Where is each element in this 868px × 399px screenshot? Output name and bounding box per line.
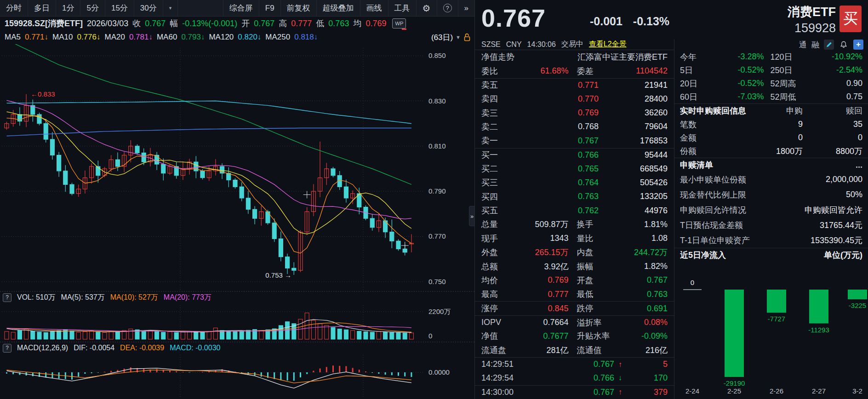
stat-row: 外盘265.15万内盘244.72万 (475, 245, 674, 259)
toolbar-tools: 综合屏F9前复权超级叠加画线工具⚙?» (223, 0, 474, 16)
subs-label: 金额 (680, 132, 748, 143)
level-price: 0.765 (525, 164, 599, 174)
tab-multiday[interactable]: 多日 (28, 0, 56, 16)
list-more-button[interactable]: ... (856, 160, 862, 170)
tool-draw-line[interactable]: 画线 (360, 0, 388, 16)
settings-gear-icon[interactable]: ⚙ (416, 0, 437, 16)
buy-button[interactable]: 买 (839, 6, 862, 32)
tab-30min[interactable]: 30分 (134, 0, 163, 16)
info-segment: 159928.SZ[消费ETF] (5, 18, 83, 29)
list-row: 最小申赎单位份额2,000,000 (674, 172, 868, 187)
tab-timeshare[interactable]: 分时 (0, 0, 28, 16)
buy-level-row[interactable]: 买二0.765668549 (475, 162, 674, 176)
perf-value-2: 0.75 (818, 92, 863, 102)
stat-label-1: 外盘 (481, 247, 525, 258)
stat-value-1: 0.7677 (525, 331, 569, 341)
flow-date-label: 2-25 (727, 387, 741, 395)
subs-row: 笔数935 (674, 118, 868, 131)
stat-row: 现手1343量比1.08 (475, 232, 674, 245)
range-caret-icon[interactable]: ▼ (456, 34, 461, 40)
margin-tag[interactable]: 融 (811, 40, 819, 50)
stat-value-1: 265.15万 (525, 247, 569, 258)
subs-label: 份额 (680, 146, 748, 157)
list-row: T-1日单位申赎资产1535390.45元 (674, 233, 868, 248)
ma-segment: 0.781↓ (129, 33, 153, 42)
nav-row: 净值走势汇添富中证主要消费ETF (475, 50, 674, 64)
last-price: 0.767 (481, 4, 546, 32)
alert-bell-icon[interactable] (839, 40, 849, 50)
perf-label-1: 20日 (680, 78, 720, 89)
tab-period-dropdown[interactable]: ▾ (163, 0, 178, 16)
stat-row: 总量509.87万换手1.81% (475, 217, 674, 231)
stat-row: 最高0.777最低0.763 (475, 287, 674, 301)
stat-label-1: 均价 (481, 275, 525, 286)
flow-title: 近5日净流入 (680, 250, 726, 261)
stock-code: 159928 (788, 21, 836, 35)
main-chart[interactable]: 0.8500.8300.8100.7900.7700.750←0.8330.75… (0, 44, 474, 399)
perf-row: 20日-0.52%52周高0.90 (674, 77, 868, 90)
weibi-label: 委比 (481, 66, 525, 77)
buy-level-row[interactable]: 买五0.76244976 (475, 204, 674, 217)
tool-tools[interactable]: 工具 (388, 0, 416, 16)
stat-row: 总额3.92亿振幅1.82% (475, 259, 674, 273)
tool-super-overlay[interactable]: 超级叠加 (316, 0, 360, 16)
stat-value-1: 0.845 (525, 304, 569, 314)
info-segment: 开 (241, 18, 250, 29)
l2-panorama-link[interactable]: 查看L2全景 (589, 40, 627, 49)
stat-value-2: 1.81% (625, 220, 668, 229)
edit-pencil-icon[interactable] (824, 40, 834, 50)
more-tools-icon[interactable]: » (458, 0, 474, 16)
stat-label-2: 跌停 (577, 303, 625, 314)
ma-segment: MA60 (157, 33, 177, 42)
stat-label-2: 振幅 (577, 261, 625, 272)
tick-direction-icon: ↓ (614, 374, 626, 382)
sell-level-row[interactable]: 卖五0.77121941 (475, 78, 674, 92)
tab-1min[interactable]: 1分 (56, 0, 80, 16)
subs-value-2: 8800万 (803, 146, 862, 157)
currency-label: CNY (506, 40, 522, 49)
help-icon[interactable]: ? (437, 0, 458, 16)
stat-label-2: 最低 (577, 289, 625, 300)
help-question-icon[interactable]: ? (3, 293, 11, 302)
tool-forward-adjust[interactable]: 前复权 (280, 0, 316, 16)
ma-segment: MA10 (52, 33, 73, 42)
buy-level-row[interactable]: 买一0.76695444 (475, 148, 674, 162)
level-qty: 176853 (599, 136, 668, 146)
list-label: T-1日单位申赎资产 (680, 235, 750, 246)
svg-text:-3225: -3225 (849, 302, 866, 309)
tool-f9[interactable]: F9 (259, 0, 280, 16)
add-plus-icon[interactable]: + (853, 40, 863, 50)
level-qty: 668549 (599, 164, 668, 174)
stat-value-2: 1.08 (625, 234, 668, 243)
price-change: -0.001 -0.13% (590, 15, 669, 28)
tool-composite-screen[interactable]: 综合屏 (223, 0, 259, 16)
buy-level-row[interactable]: 买四0.763133205 (475, 190, 674, 204)
flow-date-label: 2-27 (812, 387, 826, 395)
subs-title: 实时申购赎回信息 (680, 105, 752, 116)
sell-level-row[interactable]: 卖一0.767176853 (475, 134, 674, 148)
stat-value-2: 1.82% (625, 262, 668, 271)
weibi-value: 61.68% (525, 66, 569, 76)
margin-tag[interactable]: 通 (799, 40, 807, 50)
info-segment: 收 (132, 18, 141, 29)
subs-value-2: 35 (803, 120, 862, 129)
subs-value-1: 9 (748, 120, 803, 129)
sell-level-row[interactable]: 卖二0.76879604 (475, 120, 674, 134)
info-segment: 0.767 (254, 19, 274, 28)
level-label: 卖四 (481, 93, 525, 104)
sell-level-row[interactable]: 卖三0.76936260 (475, 106, 674, 120)
unlock-icon[interactable] (463, 33, 471, 41)
svg-text:0: 0 (428, 332, 432, 340)
sell-level-row[interactable]: 卖四0.77028400 (475, 92, 674, 106)
stat-label-2: 开盘 (577, 275, 625, 286)
visible-range-label[interactable]: (63日) (431, 32, 453, 43)
wp-window-icon[interactable]: WP (392, 18, 406, 28)
panel-collapse-handle[interactable]: » (469, 206, 475, 226)
tab-15min[interactable]: 15分 (105, 0, 134, 16)
buy-level-row[interactable]: 买三0.764505426 (475, 176, 674, 189)
help-question-icon[interactable]: ? (3, 344, 11, 353)
stat-value-2: 0.08% (625, 318, 668, 327)
tab-5min[interactable]: 5分 (80, 0, 105, 16)
margin-tags[interactable]: 通融 (799, 40, 819, 50)
level-qty: 79604 (599, 122, 668, 131)
